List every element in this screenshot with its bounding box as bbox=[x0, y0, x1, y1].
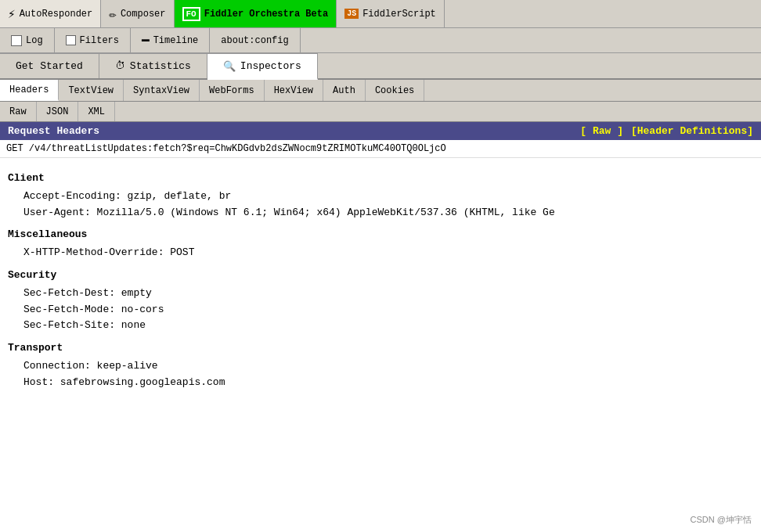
tab-textview[interactable]: TextView bbox=[59, 80, 124, 101]
about-config-label: about:config bbox=[221, 35, 288, 46]
main-tab-row: Get Started ⏱ Statistics 🔍 Inspectors bbox=[0, 53, 761, 80]
tab-headers[interactable]: Headers bbox=[0, 80, 59, 101]
fiddler-orchestra-button[interactable]: FO Fiddler Orchestra Beta bbox=[175, 0, 337, 27]
sub-tab-row: Headers TextView SyntaxView WebForms Hex… bbox=[0, 80, 761, 102]
get-started-label: Get Started bbox=[16, 60, 83, 72]
statistics-icon: ⏱ bbox=[115, 60, 125, 72]
tab-inspectors[interactable]: 🔍 Inspectors bbox=[207, 53, 318, 80]
sub-tab-row2: Raw JSON XML bbox=[0, 102, 761, 122]
tab-hexview[interactable]: HexView bbox=[265, 80, 323, 101]
syntaxview-tab-label: SyntaxView bbox=[133, 85, 189, 96]
filters-button[interactable]: Filters bbox=[55, 28, 131, 52]
hexview-tab-label: HexView bbox=[274, 85, 313, 96]
headers-tab-label: Headers bbox=[9, 84, 49, 95]
timeline-icon: ━ bbox=[142, 33, 150, 49]
tab-get-started[interactable]: Get Started bbox=[0, 53, 99, 78]
tab-cookies[interactable]: Cookies bbox=[366, 80, 424, 101]
header-host: Host: safebrowsing.googleapis.com bbox=[8, 375, 753, 391]
section-security-title: Security bbox=[8, 268, 753, 284]
autoresponder-icon: ⚡ bbox=[8, 6, 16, 22]
fiddlerscript-label: FiddlerScript bbox=[362, 9, 436, 20]
webforms-tab-label: WebForms bbox=[209, 85, 254, 96]
fiddler-orchestra-label: Fiddler Orchestra Beta bbox=[204, 9, 328, 20]
watermark: CSDN @坤宇恬 bbox=[691, 514, 752, 526]
log-icon bbox=[11, 35, 22, 46]
composer-label: Composer bbox=[121, 9, 166, 20]
checkbox-icon bbox=[66, 35, 76, 45]
js-icon: JS bbox=[344, 9, 359, 19]
tab-syntaxview[interactable]: SyntaxView bbox=[124, 80, 200, 101]
composer-button[interactable]: ✏️ Composer bbox=[101, 0, 174, 27]
timeline-button[interactable]: ━ Timeline bbox=[131, 28, 210, 52]
section-client-title: Client bbox=[8, 171, 753, 187]
request-headers-bar: Request Headers [ Raw ] [Header Definiti… bbox=[0, 122, 761, 140]
raw-tab-label: Raw bbox=[9, 106, 27, 117]
textview-tab-label: TextView bbox=[68, 85, 114, 96]
header-user-agent: User-Agent: Mozilla/5.0 (Windows NT 6.1;… bbox=[8, 205, 753, 221]
tab-xml[interactable]: XML bbox=[78, 102, 115, 121]
raw-link[interactable]: [ Raw ] bbox=[580, 125, 623, 137]
request-headers-title: Request Headers bbox=[8, 125, 99, 137]
header-definitions-link[interactable]: [Header Definitions] bbox=[631, 125, 753, 137]
header-x-http-method: X-HTTP-Method-Override: POST bbox=[8, 245, 753, 261]
about-config-button[interactable]: about:config bbox=[210, 28, 300, 52]
cookies-tab-label: Cookies bbox=[375, 85, 414, 96]
tab-webforms[interactable]: WebForms bbox=[200, 80, 265, 101]
filters-label: Filters bbox=[80, 35, 119, 46]
auth-tab-label: Auth bbox=[333, 85, 355, 96]
request-headers-links: [ Raw ] [Header Definitions] bbox=[580, 125, 753, 137]
tab-auth[interactable]: Auth bbox=[323, 80, 366, 101]
tab-raw[interactable]: Raw bbox=[0, 102, 37, 121]
json-tab-label: JSON bbox=[46, 106, 69, 117]
header-sec-fetch-mode: Sec-Fetch-Mode: no-cors bbox=[8, 302, 753, 318]
tab-statistics[interactable]: ⏱ Statistics bbox=[99, 53, 207, 78]
autoresponder-button[interactable]: ⚡ AutoResponder bbox=[0, 0, 101, 27]
content-area: Request Headers [ Raw ] [Header Definiti… bbox=[0, 122, 761, 532]
fo-badge: FO bbox=[182, 7, 200, 21]
statistics-label: Statistics bbox=[130, 60, 191, 72]
toolbar-row2: Log Filters ━ Timeline about:config bbox=[0, 28, 761, 53]
get-request-line: GET /v4/threatListUpdates:fetch?$req=Chw… bbox=[0, 140, 761, 158]
header-connection: Connection: keep-alive bbox=[8, 358, 753, 375]
inspectors-icon: 🔍 bbox=[223, 60, 236, 73]
section-miscellaneous-title: Miscellaneous bbox=[8, 227, 753, 243]
header-accept-encoding: Accept-Encoding: gzip, deflate, br bbox=[8, 189, 753, 205]
section-transport-title: Transport bbox=[8, 340, 753, 357]
header-sec-fetch-site: Sec-Fetch-Site: none bbox=[8, 318, 753, 334]
log-label: Log bbox=[26, 35, 43, 46]
timeline-label: Timeline bbox=[153, 35, 199, 46]
tab-json[interactable]: JSON bbox=[37, 102, 79, 121]
composer-icon: ✏️ bbox=[109, 6, 117, 22]
headers-content: Client Accept-Encoding: gzip, deflate, b… bbox=[0, 158, 761, 397]
autoresponder-label: AutoResponder bbox=[20, 9, 93, 20]
xml-tab-label: XML bbox=[88, 106, 105, 117]
inspectors-label: Inspectors bbox=[240, 60, 301, 72]
toolbar-row1: ⚡ AutoResponder ✏️ Composer FO Fiddler O… bbox=[0, 0, 761, 28]
header-sec-fetch-dest: Sec-Fetch-Dest: empty bbox=[8, 286, 753, 302]
fiddlerscript-button[interactable]: JS FiddlerScript bbox=[337, 0, 445, 27]
log-button[interactable]: Log bbox=[0, 28, 55, 52]
